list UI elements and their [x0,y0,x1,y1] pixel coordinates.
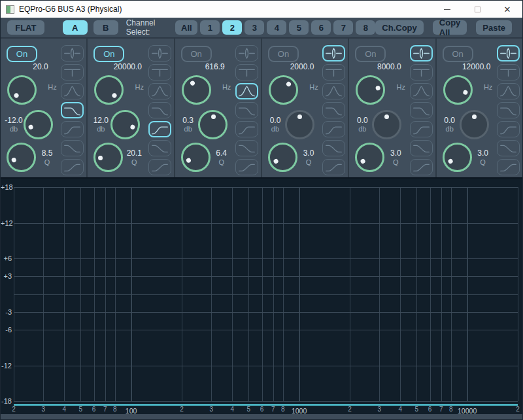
filter-high-shelf-button[interactable] [61,140,84,156]
channel-5-button[interactable]: 5 [289,20,309,35]
freq-knob[interactable] [182,75,211,105]
low-shelf-filter-icon [324,160,343,174]
filter-low-shelf-button[interactable] [322,159,345,175]
filter-low-shelf-button[interactable] [410,159,433,175]
filter-high-shelf-button[interactable] [235,140,258,156]
channel-8-button[interactable]: 8 [356,20,375,35]
filter-low-pass-button[interactable] [322,102,345,118]
gain-knob[interactable] [24,110,53,139]
band-on-button[interactable]: On [93,46,124,62]
filter-peak-button[interactable] [497,45,520,61]
filter-low-shelf-button[interactable] [235,159,258,175]
freq-knob[interactable] [7,75,37,105]
filter-band-pass-button[interactable] [497,83,520,99]
preset-a-button[interactable]: A [63,20,88,35]
band-on-button[interactable]: On [355,46,386,62]
band-on-button[interactable]: On [268,46,299,62]
filter-high-pass-button[interactable] [61,121,84,137]
filter-high-pass-button[interactable] [497,121,520,137]
band-on-button[interactable]: On [181,46,212,62]
x-tick-label: 7 [103,406,107,413]
toolbar: FLAT A B Channel Select: All 1 2 3 4 5 6… [1,18,522,39]
x-tick-label: 4 [399,406,403,413]
filter-high-shelf-button[interactable] [148,140,171,156]
filter-notch-button[interactable] [322,64,345,80]
filter-band-pass-button[interactable] [148,83,171,99]
filter-low-shelf-button[interactable] [148,159,171,175]
y-tick-label: -12 [1,362,12,370]
notch-filter-icon [150,65,169,79]
q-knob[interactable] [355,143,384,172]
channel-3-button[interactable]: 3 [245,20,264,35]
filter-notch-button[interactable] [61,64,84,80]
q-value: 3.0 [297,149,320,158]
gain-knob[interactable] [460,110,489,139]
filter-peak-button[interactable] [61,45,84,61]
filter-low-shelf-button[interactable] [497,159,520,175]
y-tick-label: +3 [1,272,12,280]
band-on-button[interactable]: On [443,46,473,62]
filter-band-pass-button[interactable] [61,83,84,99]
q-knob[interactable] [443,143,472,172]
filter-band-pass-button[interactable] [235,83,258,99]
gain-knob[interactable] [285,110,314,139]
title-bar: EQPro-G6 BUS A3 (Physical) ✕ [1,1,522,18]
channel-copy-button[interactable]: Ch.Copy [375,20,423,35]
q-knob[interactable] [268,143,297,172]
maximize-button[interactable] [462,1,492,18]
filter-low-pass-button[interactable] [235,102,258,118]
gain-knob[interactable] [198,110,228,139]
channel-2-button[interactable]: 2 [222,20,242,35]
gain-knob[interactable] [110,110,140,139]
filter-low-pass-button[interactable] [148,102,171,118]
filter-peak-button[interactable] [235,45,258,61]
filter-high-pass-button[interactable] [235,121,258,137]
freq-knob[interactable] [443,75,473,105]
gain-value: 12.0 [89,116,112,125]
paste-button[interactable]: Paste [476,20,512,35]
close-button[interactable]: ✕ [492,1,522,18]
channel-4-button[interactable]: 4 [267,20,286,35]
q-knob[interactable] [7,143,36,172]
filter-high-pass-button[interactable] [148,121,171,137]
filter-type-column [497,45,520,178]
filter-high-shelf-button[interactable] [322,140,345,156]
filter-notch-button[interactable] [235,64,258,80]
q-knob[interactable] [93,143,123,172]
filter-notch-button[interactable] [497,64,520,80]
filter-high-pass-button[interactable] [410,121,433,137]
freq-knob[interactable] [94,75,124,105]
filter-high-shelf-button[interactable] [410,140,433,156]
grid-line-y [14,294,518,295]
filter-low-pass-button[interactable] [61,102,84,118]
filter-notch-button[interactable] [410,64,433,80]
gain-value: 0.0 [438,116,462,125]
channel-7-button[interactable]: 7 [333,20,353,35]
knob-indicator-dot [130,124,136,130]
freq-knob[interactable] [269,75,298,105]
band-on-button[interactable]: On [7,46,37,62]
gain-knob[interactable] [372,110,401,139]
filter-notch-button[interactable] [148,64,171,80]
freq-knob[interactable] [356,75,385,105]
y-tick-label: -18 [1,397,12,405]
filter-peak-button[interactable] [410,45,433,61]
filter-high-pass-button[interactable] [322,121,345,137]
filter-band-pass-button[interactable] [322,83,345,99]
flat-button[interactable]: FLAT [7,20,44,35]
preset-b-button[interactable]: B [93,20,118,35]
filter-high-shelf-button[interactable] [497,140,520,156]
channel-6-button[interactable]: 6 [311,20,331,35]
filter-peak-button[interactable] [322,45,345,61]
channel-all-button[interactable]: All [175,20,197,35]
filter-low-pass-button[interactable] [497,102,520,118]
filter-band-pass-button[interactable] [410,83,433,99]
filter-low-shelf-button[interactable] [61,159,84,175]
copy-all-button[interactable]: Copy All [433,20,467,35]
channel-1-button[interactable]: 1 [200,20,220,35]
x-tick-label: 7 [271,406,275,413]
q-knob[interactable] [181,143,211,172]
minimize-button[interactable] [432,1,462,18]
filter-peak-button[interactable] [148,45,171,61]
filter-low-pass-button[interactable] [410,102,433,118]
